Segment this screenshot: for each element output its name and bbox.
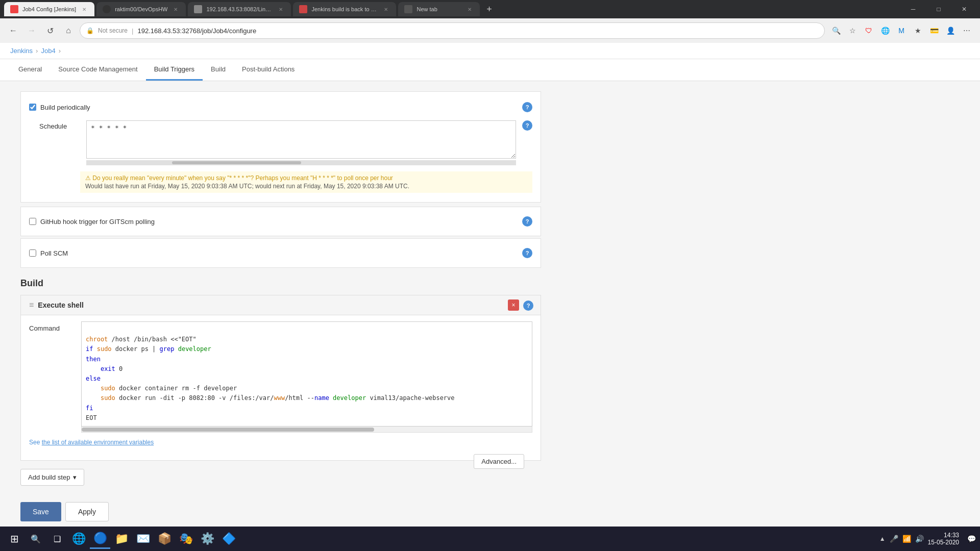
taskbar-edge[interactable]: 🌐 bbox=[68, 529, 89, 549]
reload-button[interactable]: ↺ bbox=[43, 23, 57, 38]
poll-scm-row: Poll SCM ? bbox=[29, 244, 532, 262]
warning-subtext: Would last have run at Friday, May 15, 2… bbox=[85, 183, 527, 190]
bookmark-icon[interactable]: ☆ bbox=[845, 23, 860, 38]
forward-button[interactable]: → bbox=[24, 23, 39, 38]
add-build-step-button[interactable]: Add build step ▾ bbox=[20, 469, 84, 486]
tab-linux[interactable]: 192.168.43.53:8082/Linux.html ✕ bbox=[188, 2, 291, 16]
mail-favicon bbox=[299, 5, 307, 13]
tab-mail[interactable]: Jenkins build is back to normal... ✕ bbox=[293, 2, 396, 16]
tab-build-triggers[interactable]: Build Triggers bbox=[146, 59, 203, 81]
tab-close-jenkins[interactable]: ✕ bbox=[80, 5, 88, 13]
extension-icon-brave[interactable]: 🛡 bbox=[862, 23, 876, 38]
tab-close-github[interactable]: ✕ bbox=[172, 5, 180, 13]
breadcrumb-job4[interactable]: Job4 bbox=[41, 47, 55, 55]
search-button[interactable]: 🔍 bbox=[26, 529, 46, 549]
url-text: 192.168.43.53:32768/job/Job4/configure bbox=[137, 27, 256, 35]
search-icon[interactable]: 🔍 bbox=[829, 23, 843, 38]
tray-up-arrow[interactable]: ▲ bbox=[879, 535, 886, 542]
extension-icon-translate[interactable]: 🌐 bbox=[878, 23, 892, 38]
new-tab-button[interactable]: + bbox=[482, 2, 496, 16]
browser-frame: Job4 Config [Jenkins] ✕ raktim00/DevOpsH… bbox=[0, 0, 980, 551]
tab-newtab[interactable]: New tab ✕ bbox=[398, 2, 480, 16]
taskbar-box[interactable]: 📦 bbox=[154, 529, 175, 549]
tab-close-newtab[interactable]: ✕ bbox=[465, 5, 474, 13]
poll-scm-checkbox[interactable] bbox=[29, 249, 36, 257]
minimize-button[interactable]: ─ bbox=[901, 0, 925, 18]
poll-scm-label[interactable]: Poll SCM bbox=[40, 249, 68, 257]
command-area: Command chroot /host /bin/bash <<"EOT" i… bbox=[21, 315, 541, 460]
tab-build[interactable]: Build bbox=[203, 59, 234, 81]
taskbar-chrome[interactable]: 🔵 bbox=[90, 529, 110, 549]
save-button[interactable]: Save bbox=[20, 502, 61, 521]
env-variables-link[interactable]: the list of available environment variab… bbox=[42, 439, 154, 446]
taskbar-clock[interactable]: 14:33 15-05-2020 bbox=[928, 532, 963, 546]
tray-volume[interactable]: 🔊 bbox=[915, 535, 924, 543]
command-textarea[interactable]: chroot /host /bin/bash <<"EOT" if sudo d… bbox=[81, 321, 532, 427]
build-periodically-label[interactable]: Build periodically bbox=[40, 104, 90, 111]
config-container: General Source Code Management Build Tri… bbox=[0, 59, 980, 527]
taskbar-explorer[interactable]: 📁 bbox=[111, 529, 132, 549]
url-bar[interactable]: 🔒 Not secure | 192.168.43.53:32768/job/J… bbox=[80, 22, 825, 39]
tab-label-linux: 192.168.43.53:8082/Linux.html bbox=[206, 6, 273, 12]
tab-jenkins-config[interactable]: Job4 Config [Jenkins] ✕ bbox=[4, 2, 94, 16]
tab-github[interactable]: raktim00/DevOpsHW ✕ bbox=[96, 2, 186, 16]
github-hook-help[interactable]: ? bbox=[522, 216, 532, 227]
taskbar-app3[interactable]: 🔷 bbox=[218, 529, 239, 549]
build-periodically-help[interactable]: ? bbox=[522, 102, 532, 112]
env-link-row: See the list of available environment va… bbox=[29, 439, 532, 446]
execute-shell-help[interactable]: ? bbox=[523, 300, 533, 311]
add-build-step-dropdown-icon: ▾ bbox=[73, 473, 77, 481]
taskbar-app2[interactable]: ⚙️ bbox=[197, 529, 217, 549]
tray-mic[interactable]: 🎤 bbox=[890, 535, 898, 543]
maximize-button[interactable]: □ bbox=[927, 0, 950, 18]
apply-button[interactable]: Apply bbox=[65, 502, 109, 521]
taskbar-tray: ▲ 🎤 📶 🔊 14:33 15-05-2020 💬 bbox=[879, 532, 976, 546]
remove-step-button[interactable]: × bbox=[508, 299, 519, 311]
advanced-button[interactable]: Advanced... bbox=[474, 454, 524, 469]
tab-general[interactable]: General bbox=[10, 59, 50, 81]
github-hook-checkbox[interactable] bbox=[29, 218, 36, 225]
content-area: Build periodically ? Schedule * * * * * … bbox=[0, 81, 561, 527]
taskbar-mail[interactable]: ✉️ bbox=[133, 529, 153, 549]
extension-icon-star[interactable]: ★ bbox=[911, 23, 925, 38]
start-button[interactable]: ⊞ bbox=[4, 529, 24, 549]
address-bar: ← → ↺ ⌂ 🔒 Not secure | 192.168.43.53:327… bbox=[0, 18, 980, 43]
tab-post-build[interactable]: Post-build Actions bbox=[234, 59, 303, 81]
env-link-prefix: See bbox=[29, 439, 42, 446]
extension-icon-ms[interactable]: M bbox=[894, 23, 909, 38]
build-periodically-row: Build periodically ? bbox=[29, 98, 532, 116]
file-favicon bbox=[194, 5, 202, 13]
jenkins-favicon bbox=[10, 5, 18, 13]
build-periodically-section: Build periodically ? Schedule * * * * * … bbox=[20, 91, 541, 203]
tab-close-linux[interactable]: ✕ bbox=[277, 5, 285, 13]
tab-close-mail[interactable]: ✕ bbox=[382, 5, 390, 13]
tab-scm[interactable]: Source Code Management bbox=[50, 59, 145, 81]
tray-network[interactable]: 📶 bbox=[902, 535, 911, 543]
tray-notification[interactable]: 💬 bbox=[967, 535, 976, 543]
back-button[interactable]: ← bbox=[6, 23, 20, 38]
close-window-button[interactable]: ✕ bbox=[952, 0, 976, 18]
tab-label-jenkins: Job4 Config [Jenkins] bbox=[22, 6, 76, 12]
poll-scm-help[interactable]: ? bbox=[522, 248, 532, 258]
menu-icon[interactable]: ⋯ bbox=[960, 23, 974, 38]
taskbar-app1[interactable]: 🎭 bbox=[176, 529, 196, 549]
task-view-button[interactable]: ❑ bbox=[47, 529, 67, 549]
breadcrumb-jenkins[interactable]: Jenkins bbox=[10, 47, 33, 55]
poll-scm-section: Poll SCM ? bbox=[20, 238, 541, 268]
command-row: Command chroot /host /bin/bash <<"EOT" i… bbox=[29, 321, 532, 433]
github-hook-row: GitHub hook trigger for GITScm polling ? bbox=[29, 212, 532, 231]
schedule-label: Schedule bbox=[39, 120, 80, 130]
extension-icon-wallet[interactable]: 💳 bbox=[927, 23, 941, 38]
schedule-input[interactable]: * * * * * bbox=[86, 120, 516, 159]
profile-icon[interactable]: 👤 bbox=[943, 23, 958, 38]
home-button[interactable]: ⌂ bbox=[61, 23, 76, 38]
window-controls: ─ □ ✕ bbox=[901, 0, 976, 18]
drag-handle-icon[interactable]: ≡ bbox=[29, 300, 34, 310]
url-separator: | bbox=[132, 27, 133, 35]
github-hook-label[interactable]: GitHub hook trigger for GITScm polling bbox=[40, 218, 155, 226]
build-section-title: Build bbox=[20, 278, 541, 289]
title-bar: Job4 Config [Jenkins] ✕ raktim00/DevOpsH… bbox=[0, 0, 980, 18]
github-favicon bbox=[103, 5, 111, 13]
schedule-help[interactable]: ? bbox=[522, 120, 532, 131]
build-periodically-checkbox[interactable] bbox=[29, 104, 36, 111]
